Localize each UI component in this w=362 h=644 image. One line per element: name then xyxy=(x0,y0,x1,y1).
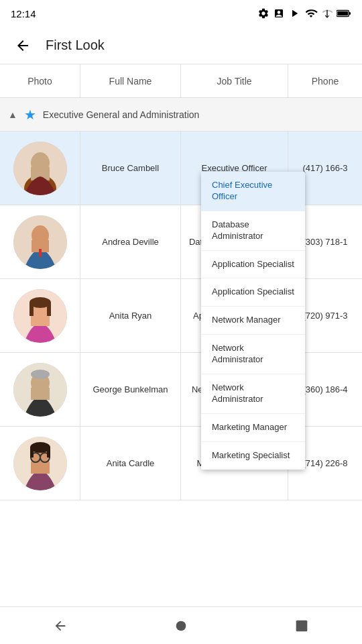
app-bar: First Look xyxy=(0,27,362,64)
cell-photo xyxy=(0,205,80,278)
svg-rect-2 xyxy=(337,11,348,15)
avatar xyxy=(13,289,67,343)
header-fullname: Full Name xyxy=(80,64,181,97)
nav-back-icon xyxy=(53,619,68,633)
table-row[interactable]: Anita Cardle Marketing Manager (714) 226… xyxy=(0,427,362,500)
cell-name: Bruce Cambell xyxy=(80,131,181,205)
svg-rect-10 xyxy=(39,249,42,257)
signal-icon xyxy=(322,7,333,19)
header-photo: Photo xyxy=(0,64,80,97)
wifi-icon xyxy=(304,7,318,19)
table-row[interactable]: George Bunkelman Network Administrator (… xyxy=(0,353,362,427)
cell-photo xyxy=(0,131,80,205)
cell-photo xyxy=(0,279,80,352)
dropdown-item[interactable]: Network Manager xyxy=(201,307,305,335)
dropdown-item[interactable]: Chief Executive Officer xyxy=(201,172,305,211)
table-row[interactable]: Andrea Deville Database Administrator (3… xyxy=(0,205,362,279)
svg-rect-16 xyxy=(47,303,51,316)
avatar xyxy=(13,437,67,490)
nav-recent-button[interactable] xyxy=(287,611,316,641)
cell-name: Andrea Deville xyxy=(80,205,181,278)
back-icon xyxy=(15,38,31,54)
svg-point-30 xyxy=(176,621,186,631)
dropdown-item[interactable]: Network Administrator xyxy=(201,335,305,374)
svg-rect-1 xyxy=(349,12,351,15)
dropdown-item[interactable]: Application Specialist xyxy=(201,251,305,279)
nav-recent-icon xyxy=(295,619,308,633)
nav-home-icon xyxy=(174,619,188,633)
header-jobtitle: Job Title xyxy=(181,64,288,97)
app-title: First Look xyxy=(46,38,105,53)
table-row[interactable]: Bruce Cambell Executive Officer (417) 16… xyxy=(0,131,362,205)
cell-name: Anita Ryan xyxy=(80,279,181,352)
group-header[interactable]: ▲ ★ Executive General and Administration xyxy=(0,98,362,131)
table-body: Bruce Cambell Executive Officer (417) 16… xyxy=(0,131,362,500)
status-icons xyxy=(257,7,351,19)
dropdown-item[interactable]: Database Administrator xyxy=(201,211,305,251)
cell-name: Anita Cardle xyxy=(80,427,181,500)
chevron-up-icon[interactable]: ▲ xyxy=(8,109,17,120)
svg-rect-19 xyxy=(31,388,50,400)
play-icon xyxy=(288,7,300,19)
star-icon[interactable]: ★ xyxy=(24,107,36,123)
dropdown-item[interactable]: Network Administrator xyxy=(201,374,305,414)
cell-photo xyxy=(0,427,80,500)
svg-rect-23 xyxy=(31,462,50,474)
nav-bar xyxy=(0,606,362,644)
svg-rect-15 xyxy=(29,303,34,316)
svg-rect-28 xyxy=(30,447,34,458)
svg-rect-13 xyxy=(31,314,50,326)
status-time: 12:14 xyxy=(11,8,36,19)
cell-photo xyxy=(0,353,80,426)
group-label: Executive General and Administration xyxy=(43,109,199,120)
back-button[interactable] xyxy=(11,34,35,58)
nav-home-button[interactable] xyxy=(166,611,196,641)
avatar xyxy=(13,363,67,417)
cell-name: George Bunkelman xyxy=(80,353,181,426)
nav-back-button[interactable] xyxy=(46,611,75,641)
storage-icon xyxy=(274,7,284,19)
header-phone: Phone xyxy=(288,64,362,97)
dropdown-item[interactable]: Marketing Specialist xyxy=(201,442,305,470)
settings-icon xyxy=(257,7,269,19)
dropdown-item[interactable]: Marketing Manager xyxy=(201,414,305,442)
svg-rect-31 xyxy=(296,620,308,631)
table-header: Photo Full Name Job Title Phone xyxy=(0,64,362,98)
table-row[interactable]: Anita Ryan Application Specialist (720) … xyxy=(0,279,362,353)
svg-rect-29 xyxy=(47,447,50,458)
dropdown-item[interactable]: Application Specialist xyxy=(201,278,305,307)
svg-point-20 xyxy=(31,370,50,379)
dropdown-menu[interactable]: Chief Executive OfficerDatabase Administ… xyxy=(201,172,305,470)
status-bar: 12:14 xyxy=(0,0,362,27)
avatar xyxy=(13,215,67,269)
avatar xyxy=(13,142,67,195)
battery-icon xyxy=(337,9,351,18)
